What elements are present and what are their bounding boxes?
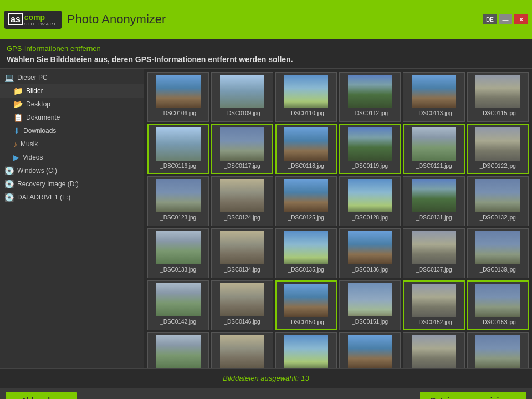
file-item[interactable]: _DSC0152.jpg — [403, 280, 464, 330]
svg-rect-8 — [284, 127, 328, 161]
sidebar-item-recovery-image-(d:)[interactable]: 💽Recovery Image (D:) — [0, 177, 144, 191]
lang-button[interactable]: DE — [483, 14, 497, 24]
svg-rect-9 — [348, 127, 392, 161]
file-item[interactable]: _DSC0146.jpg — [211, 280, 273, 330]
file-thumbnail — [220, 75, 264, 108]
sidebar-item-bilder[interactable]: 📁Bilder — [0, 84, 144, 98]
file-item[interactable]: _DSC0151.jpg — [339, 280, 401, 330]
file-name: _DSC0133.jpg — [160, 267, 196, 273]
svg-rect-30 — [156, 335, 201, 368]
file-name: _DSC0115.jpg — [480, 110, 516, 116]
sidebar-item-musik[interactable]: ♪Musik — [0, 137, 144, 151]
svg-rect-5 — [475, 75, 520, 108]
file-item[interactable]: _DSC0156.jpg — [275, 332, 337, 368]
file-item[interactable]: _DSC0157.jpg — [339, 332, 401, 368]
sidebar-item-windows-(c:)[interactable]: 💽Windows (C:) — [0, 164, 144, 177]
file-item[interactable]: _DSC0139.jpg — [467, 228, 529, 278]
file-thumbnail — [412, 284, 456, 317]
file-item[interactable]: _DSC0110.jpg — [275, 72, 337, 122]
sidebar-item-dieser-pc[interactable]: 💻Dieser PC — [0, 71, 144, 84]
file-thumbnail — [284, 127, 328, 161]
sidebar-item-label: DATADRIVE1 (E:) — [17, 193, 70, 201]
file-thumbnail — [284, 179, 328, 212]
file-name: _DSC0132.jpg — [480, 214, 516, 221]
file-item[interactable]: _DSC0113.jpg — [403, 72, 464, 122]
file-thumbnail — [284, 231, 328, 264]
status-bar: Bilddateien ausgewählt: 13 — [0, 368, 532, 388]
file-item[interactable]: _DSC0155.jpg — [211, 332, 273, 368]
svg-rect-35 — [475, 335, 520, 368]
file-item[interactable]: _DSC0136.jpg — [339, 228, 401, 278]
svg-rect-2 — [284, 75, 328, 108]
file-item[interactable]: _DSC0125.jpg — [275, 176, 337, 226]
svg-rect-16 — [412, 179, 456, 212]
file-thumbnail — [412, 127, 456, 161]
drive-c-icon: 💽 — [4, 166, 14, 175]
file-item[interactable]: _DSC0118.jpg — [275, 124, 337, 174]
file-name: _DSC0128.jpg — [352, 214, 388, 221]
svg-rect-23 — [475, 231, 520, 264]
file-item[interactable]: _DSC0109.jpg — [211, 72, 273, 122]
minimize-button[interactable]: — — [499, 14, 512, 24]
sidebar-item-label: Windows (C:) — [17, 167, 57, 175]
close-button[interactable]: ✕ — [514, 14, 528, 24]
file-thumbnail — [475, 179, 520, 212]
svg-rect-24 — [156, 283, 201, 316]
sidebar-item-downloads[interactable]: ⬇Downloads — [0, 124, 144, 137]
file-item[interactable]: _DSC0122.jpg — [467, 124, 529, 174]
file-item[interactable]: _DSC0159.jpg — [467, 332, 529, 368]
main-area: 💻Dieser PC📁Bilder📂Desktop📋Dokumente⬇Down… — [0, 69, 532, 368]
svg-rect-31 — [220, 335, 264, 368]
folder-down-icon: ⬇ — [13, 126, 20, 135]
svg-rect-34 — [412, 335, 456, 368]
file-name: _DSC0117.jpg — [224, 163, 260, 169]
file-item[interactable]: _DSC0142.jpg — [147, 280, 209, 330]
file-item[interactable]: _DSC0116.jpg — [147, 124, 209, 174]
file-item[interactable]: _DSC0112.jpg — [339, 72, 401, 122]
file-grid-container[interactable]: _DSC0106.jpg _DSC0109.jpg _DSC0110.jpg _… — [144, 69, 532, 368]
file-item[interactable]: _DSC0137.jpg — [403, 228, 464, 278]
file-name: _DSC0146.jpg — [224, 319, 260, 325]
file-thumbnail — [348, 179, 392, 212]
sidebar-item-datadrive1-(e:)[interactable]: 💽DATADRIVE1 (E:) — [0, 191, 144, 204]
file-item[interactable]: _DSC0133.jpg — [147, 228, 209, 278]
file-thumbnail — [475, 75, 520, 108]
file-item[interactable]: _DSC0115.jpg — [467, 72, 529, 122]
file-thumbnail — [284, 284, 328, 317]
button-bar: Abbrechen Dateien anonymisieren — [0, 388, 532, 399]
file-item[interactable]: _DSC0154.JPG — [147, 332, 209, 368]
sidebar-item-videos[interactable]: ▶Videos — [0, 151, 144, 164]
cancel-button[interactable]: Abbrechen — [6, 392, 77, 400]
svg-rect-19 — [220, 231, 264, 264]
file-item[interactable]: _DSC0117.jpg — [211, 124, 273, 174]
anonymize-button[interactable]: Dateien anonymisieren — [420, 392, 526, 400]
title-bar-controls: DE — ✕ — [483, 14, 528, 24]
file-item[interactable]: _DSC0128.jpg — [339, 176, 401, 226]
file-thumbnail — [348, 75, 392, 108]
file-item[interactable]: _DSC0131.jpg — [403, 176, 464, 226]
file-item[interactable]: _DSC0124.jpg — [211, 176, 273, 226]
file-item[interactable]: _DSC0134.jpg — [211, 228, 273, 278]
file-item[interactable]: _DSC0123.jpg — [147, 176, 209, 226]
file-thumbnail — [220, 335, 264, 368]
logo-software: SOFTWARE — [24, 22, 58, 27]
file-item[interactable]: _DSC0119.jpg — [339, 124, 401, 174]
svg-rect-12 — [156, 179, 201, 212]
sidebar-item-label: Recovery Image (D:) — [17, 180, 79, 188]
svg-rect-15 — [348, 179, 392, 212]
sidebar-item-label: Bilder — [26, 87, 43, 95]
file-item[interactable]: _DSC0153.jpg — [467, 280, 529, 330]
file-item[interactable]: _DSC0150.jpg — [275, 280, 337, 330]
sidebar-item-desktop[interactable]: 📂Desktop — [0, 98, 144, 111]
file-item[interactable]: _DSC0158.jpg — [403, 332, 464, 368]
file-name: _DSC0122.jpg — [480, 163, 516, 169]
file-item[interactable]: _DSC0121.jpg — [403, 124, 464, 174]
file-item[interactable]: _DSC0135.jpg — [275, 228, 337, 278]
file-name: _DSC0139.jpg — [480, 267, 516, 273]
title-bar: as comp SOFTWARE Photo Anonymizer DE — ✕ — [0, 0, 532, 39]
file-item[interactable]: _DSC0106.jpg — [147, 72, 209, 122]
sidebar-item-dokumente[interactable]: 📋Dokumente — [0, 111, 144, 124]
file-name: _DSC0135.jpg — [288, 267, 324, 273]
file-thumbnail — [156, 179, 201, 212]
file-item[interactable]: _DSC0132.jpg — [467, 176, 529, 226]
